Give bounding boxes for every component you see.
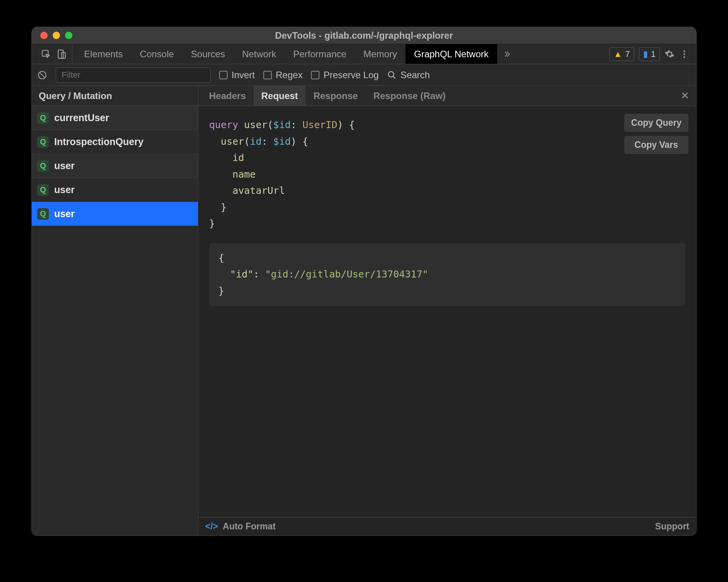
detail-tabs: Headers Request Response Response (Raw) … <box>198 86 696 106</box>
svg-line-7 <box>40 72 45 77</box>
devtools-tabbar: Elements Console Sources Network Perform… <box>32 44 696 64</box>
chevron-double-right-icon <box>503 50 511 58</box>
preserve-log-label: Preserve Log <box>323 70 379 80</box>
info-icon: ▮ <box>643 49 648 59</box>
detail-tab-response-raw[interactable]: Response (Raw) <box>366 86 453 106</box>
regex-checkbox[interactable]: Regex <box>263 70 302 80</box>
warnings-badge[interactable]: ▲ 7 <box>610 47 634 61</box>
tab-network[interactable]: Network <box>234 44 285 64</box>
tab-sources[interactable]: Sources <box>182 44 234 64</box>
preserve-log-checkbox[interactable]: Preserve Log <box>311 70 379 80</box>
query-name: user <box>54 184 75 195</box>
devtools-window: DevTools - gitlab.com/-/graphql-explorer… <box>32 27 696 536</box>
info-count: 1 <box>651 49 656 59</box>
detail-footer: </> Auto Format Support <box>198 517 696 536</box>
detail-tab-response[interactable]: Response <box>306 86 366 106</box>
regex-label: Regex <box>276 70 302 80</box>
main-area: Query / Mutation Q currentUser Q Introsp… <box>32 86 696 536</box>
close-detail-button[interactable]: ✕ <box>674 86 696 106</box>
svg-point-3 <box>683 50 685 52</box>
query-list-item[interactable]: Q user <box>32 178 198 202</box>
detail-tab-request[interactable]: Request <box>254 86 306 106</box>
svg-line-9 <box>393 76 395 79</box>
detail-pane: Headers Request Response Response (Raw) … <box>198 86 696 536</box>
query-code-block: query user($id: UserID) { user(id: $id) … <box>209 117 685 232</box>
query-name: user <box>54 160 75 171</box>
query-name: user <box>54 208 75 219</box>
query-type-badge: Q <box>37 184 49 196</box>
copy-vars-button[interactable]: Copy Vars <box>624 136 689 154</box>
window-titlebar: DevTools - gitlab.com/-/graphql-explorer <box>32 27 696 44</box>
sidebar-header: Query / Mutation <box>32 86 198 106</box>
tab-console[interactable]: Console <box>131 44 182 64</box>
tab-graphql-network[interactable]: GraphQL Network <box>405 44 497 64</box>
support-link[interactable]: Support <box>655 521 689 532</box>
svg-point-8 <box>388 72 394 77</box>
window-title: DevTools - gitlab.com/-/graphql-explorer <box>32 30 696 41</box>
filter-toolbar: Invert Regex Preserve Log Search <box>32 64 696 86</box>
invert-checkbox[interactable]: Invert <box>219 70 255 80</box>
panel-tabs: Elements Console Sources Network Perform… <box>76 44 497 64</box>
device-toolbar-icon[interactable] <box>57 49 67 59</box>
checkbox-icon <box>311 71 319 79</box>
query-list: Q currentUser Q IntrospectionQuery Q use… <box>32 106 198 536</box>
auto-format-button[interactable]: </> Auto Format <box>205 521 276 532</box>
query-list-item[interactable]: Q user <box>32 154 198 178</box>
invert-label: Invert <box>232 70 255 80</box>
svg-point-5 <box>683 56 685 58</box>
query-name: IntrospectionQuery <box>54 136 144 147</box>
search-button[interactable]: Search <box>387 70 430 80</box>
more-vert-icon[interactable] <box>679 49 689 59</box>
copy-query-button[interactable]: Copy Query <box>624 114 689 132</box>
query-list-item[interactable]: Q IntrospectionQuery <box>32 130 198 154</box>
search-icon <box>387 70 397 80</box>
tab-performance[interactable]: Performance <box>285 44 355 64</box>
svg-point-4 <box>683 53 685 55</box>
inspect-element-icon[interactable] <box>41 49 51 59</box>
close-window-button[interactable] <box>40 32 48 39</box>
svg-rect-0 <box>42 50 48 56</box>
search-label: Search <box>400 70 430 80</box>
svg-rect-1 <box>58 50 63 58</box>
query-list-item[interactable]: Q user <box>32 202 198 226</box>
detail-body: Copy Query Copy Vars query user($id: Use… <box>198 106 696 517</box>
minimize-window-button[interactable] <box>53 32 60 39</box>
tab-memory[interactable]: Memory <box>355 44 406 64</box>
warning-icon: ▲ <box>614 49 622 59</box>
zoom-window-button[interactable] <box>65 32 72 39</box>
query-type-badge: Q <box>37 136 49 148</box>
tabs-overflow-button[interactable] <box>497 44 517 64</box>
code-icon: </> <box>205 521 218 532</box>
query-type-badge: Q <box>37 160 49 172</box>
query-type-badge: Q <box>37 112 49 124</box>
filter-input[interactable] <box>56 67 211 83</box>
variables-block: { "id": "gid://gitlab/User/13704317" } <box>209 243 685 306</box>
query-type-badge: Q <box>37 208 49 220</box>
query-sidebar: Query / Mutation Q currentUser Q Introsp… <box>32 86 198 536</box>
checkbox-icon <box>219 71 228 79</box>
query-list-item[interactable]: Q currentUser <box>32 106 198 130</box>
query-name: currentUser <box>54 112 109 123</box>
info-badge[interactable]: ▮ 1 <box>639 47 660 61</box>
warnings-count: 7 <box>625 49 630 59</box>
traffic-lights <box>32 32 72 39</box>
settings-icon[interactable] <box>664 49 675 59</box>
checkbox-icon <box>263 71 272 79</box>
detail-tab-headers[interactable]: Headers <box>201 86 254 106</box>
tab-elements[interactable]: Elements <box>76 44 131 64</box>
auto-format-label: Auto Format <box>223 521 276 532</box>
clear-icon[interactable] <box>37 70 47 80</box>
